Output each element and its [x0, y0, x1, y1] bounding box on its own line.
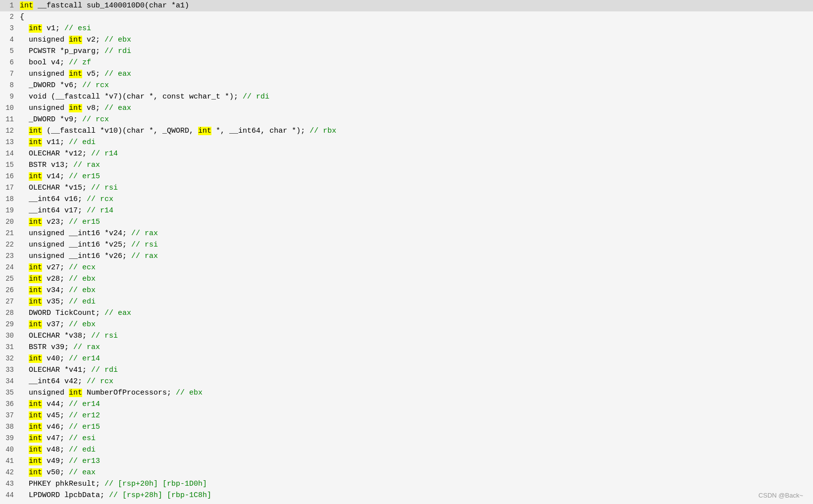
code-token: // rcx — [82, 115, 109, 124]
line-number: 42 — [0, 467, 20, 478]
line-content: LPDWORD lpcbData; // [rsp+28h] [rbp-1C8h… — [20, 490, 813, 501]
code-token: // rdi — [243, 93, 269, 101]
code-token: OLECHAR *v12; — [20, 150, 91, 158]
code-token: unsigned __int16 *v25; — [20, 241, 131, 249]
table-row: 30 OLECHAR *v38; // rsi — [0, 330, 813, 342]
code-token: // er14 — [69, 354, 100, 363]
code-token: // rsi — [131, 241, 158, 249]
line-number: 30 — [0, 330, 20, 341]
table-row: 5 PCWSTR *p_pvarg; // rdi — [0, 46, 813, 57]
code-token: DWORD TickCount; — [20, 309, 104, 317]
code-token: // ecx — [69, 263, 96, 272]
code-token: int — [29, 298, 42, 306]
code-token: v40; — [42, 354, 69, 363]
line-number: 12 — [0, 125, 20, 136]
code-token: // r14 — [91, 150, 118, 158]
code-token: // eax — [69, 468, 96, 477]
code-token: int — [29, 457, 42, 465]
line-number: 1 — [0, 0, 20, 11]
code-token: // rbx — [309, 127, 336, 135]
table-row: 37 int v45; // er12 — [0, 410, 813, 421]
line-content: int v37; // ebx — [20, 319, 813, 330]
code-token: int — [29, 423, 42, 431]
table-row: 2{ — [0, 11, 813, 23]
line-number: 25 — [0, 273, 20, 284]
code-token: v1; — [42, 24, 64, 33]
code-token: int — [29, 263, 42, 272]
table-row: 36 int v44; // er14 — [0, 399, 813, 410]
line-content: int v47; // esi — [20, 433, 813, 444]
table-row: 1int __fastcall sub_1400010D0(char *a1) — [0, 0, 813, 11]
table-row: 6 bool v4; // zf — [0, 57, 813, 68]
line-content: unsigned int v2; // ebx — [20, 35, 813, 46]
code-token: // edi — [69, 138, 96, 147]
line-content: __int64 v16; // rcx — [20, 194, 813, 205]
line-number: 2 — [0, 11, 20, 22]
code-token: PCWSTR *p_pvarg; — [20, 47, 104, 55]
code-token: int — [29, 434, 42, 443]
table-row: 11 _DWORD *v9; // rcx — [0, 114, 813, 125]
line-content: __int64 v17; // r14 — [20, 205, 813, 216]
table-row: 27 int v35; // edi — [0, 296, 813, 307]
code-token: int — [29, 411, 42, 420]
line-number: 21 — [0, 228, 20, 239]
line-number: 9 — [0, 91, 20, 102]
table-row: 12 int (__fastcall *v10)(char *, _QWORD,… — [0, 125, 813, 137]
code-token — [20, 446, 29, 454]
code-token: OLECHAR *v41; — [20, 366, 91, 374]
line-number: 37 — [0, 410, 20, 421]
code-token — [20, 127, 29, 135]
line-number: 13 — [0, 137, 20, 148]
code-token — [20, 24, 29, 33]
line-number: 29 — [0, 319, 20, 330]
line-number: 31 — [0, 342, 20, 353]
code-token: __fastcall sub_1400010D0(char *a1) — [33, 1, 189, 10]
line-content: int v27; // ecx — [20, 262, 813, 273]
code-token: int — [20, 1, 33, 10]
line-content: OLECHAR *v12; // r14 — [20, 149, 813, 159]
code-token: // [rsp+28h] [rbp-1C8h] — [109, 491, 211, 500]
table-row: 29 int v37; // ebx — [0, 319, 813, 330]
code-token: v8; — [82, 104, 104, 112]
line-content: _DWORD *v9; // rcx — [20, 114, 813, 125]
line-content: PCWSTR *p_pvarg; // rdi — [20, 46, 813, 57]
code-token: v50; — [42, 468, 69, 477]
table-row: 25 int v28; // ebx — [0, 273, 813, 285]
line-content: int v28; // ebx — [20, 274, 813, 285]
line-number: 35 — [0, 387, 20, 398]
line-number: 18 — [0, 194, 20, 204]
code-token: int — [69, 389, 82, 397]
code-token: v49; — [42, 457, 69, 465]
table-row: 42 int v50; // eax — [0, 467, 813, 478]
table-row: 34 __int64 v42; // rcx — [0, 376, 813, 387]
code-token: // ebx — [69, 275, 96, 283]
code-token — [20, 354, 29, 363]
line-content: int v35; // edi — [20, 297, 813, 307]
code-token: v2; — [82, 36, 104, 44]
code-token: _DWORD *v6; — [20, 81, 82, 90]
code-token — [20, 172, 29, 181]
code-token: void (__fastcall *v7)(char *, const wcha… — [20, 93, 243, 101]
table-row: 19 __int64 v17; // r14 — [0, 205, 813, 216]
code-token — [20, 411, 29, 420]
code-token: v23; — [42, 218, 69, 226]
line-content: int v48; // edi — [20, 445, 813, 455]
line-content: DWORD TickCount; // eax — [20, 308, 813, 319]
code-token: // esi — [69, 434, 96, 443]
line-content: unsigned int NumberOfProcessors; // ebx — [20, 388, 813, 399]
code-token: LPDWORD lpcbData; — [20, 491, 109, 500]
line-number: 32 — [0, 353, 20, 364]
line-content: int v46; // er15 — [20, 422, 813, 433]
line-content: int v14; // er15 — [20, 171, 813, 182]
line-number: 34 — [0, 376, 20, 387]
line-number: 40 — [0, 444, 20, 455]
line-content: void (__fastcall *v7)(char *, const wcha… — [20, 92, 813, 102]
watermark: CSDN @Back~ — [759, 492, 803, 499]
code-token: __int64 v16; — [20, 195, 87, 203]
line-content: __int64 v42; // rcx — [20, 376, 813, 387]
code-token: // er15 — [69, 218, 100, 226]
code-token: __int64 v42; — [20, 377, 87, 386]
code-token: v45; — [42, 411, 69, 420]
line-number: 4 — [0, 34, 20, 45]
line-number: 23 — [0, 251, 20, 261]
